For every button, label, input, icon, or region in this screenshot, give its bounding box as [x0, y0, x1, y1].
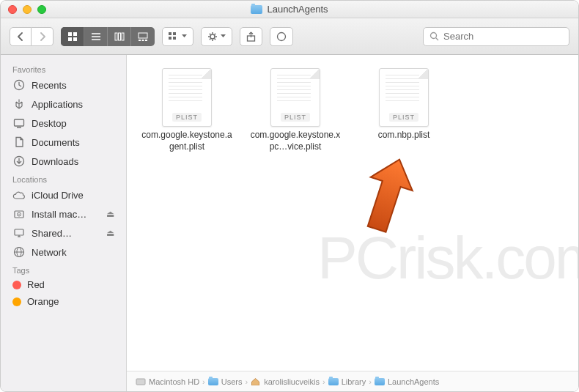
share-button[interactable] — [240, 27, 262, 46]
svg-rect-17 — [173, 37, 176, 40]
chevron-right-icon: › — [202, 377, 205, 386]
eject-icon[interactable]: ⏏ — [106, 209, 114, 219]
chevron-down-icon — [182, 34, 187, 38]
file-item[interactable]: PLIST com.google.keystone.agent.plist — [140, 68, 234, 152]
svg-rect-9 — [122, 33, 124, 40]
file-type-label: PLIST — [281, 113, 310, 122]
svg-rect-10 — [139, 33, 147, 38]
column-view-button[interactable] — [108, 27, 131, 46]
eject-icon[interactable]: ⏏ — [106, 228, 114, 238]
svg-point-18 — [210, 34, 215, 39]
chevron-right-icon: › — [245, 377, 248, 386]
tag-orange-icon — [12, 297, 21, 306]
group-menu[interactable] — [162, 27, 193, 46]
file-type-label: PLIST — [172, 113, 202, 122]
path-segment[interactable]: Users — [208, 377, 243, 386]
disk-icon — [136, 377, 146, 385]
cloud-icon — [12, 188, 26, 201]
file-name: com.google.keystone.agent.plist — [140, 130, 234, 152]
action-menu[interactable] — [201, 27, 232, 46]
sidebar-tag-red[interactable]: Red — [1, 276, 126, 293]
sidebar-item-downloads[interactable]: Downloads — [1, 152, 126, 171]
sidebar-item-desktop[interactable]: Desktop — [1, 114, 126, 133]
file-item[interactable]: PLIST com.google.keystone.xpc…vice.plist — [248, 68, 342, 152]
sidebar-tag-orange[interactable]: Orange — [1, 293, 126, 310]
content-area: PLIST com.google.keystone.agent.plist PL… — [127, 55, 578, 391]
sidebar-section-tags: Tags — [1, 262, 126, 276]
gear-icon — [207, 32, 218, 42]
folder-icon — [251, 5, 262, 14]
watermark: PCrisk.com — [317, 223, 578, 292]
path-segment[interactable]: karolisliucveikis — [251, 377, 320, 386]
svg-rect-12 — [142, 40, 144, 41]
sidebar-item-install[interactable]: Install mac… ⏏ — [1, 204, 126, 223]
path-label: karolisliucveikis — [264, 377, 320, 386]
network-icon — [12, 245, 26, 259]
files-area[interactable]: PLIST com.google.keystone.agent.plist PL… — [127, 55, 578, 371]
path-label: Library — [342, 377, 366, 386]
window-title: LaunchAgents — [1, 4, 578, 15]
main-area: Favorites Recents Applications Desktop D… — [1, 55, 578, 391]
tags-button[interactable] — [270, 27, 293, 46]
folder-icon — [375, 378, 385, 385]
finder-window: LaunchAgents — [0, 0, 579, 392]
gallery-view-button[interactable] — [131, 27, 155, 46]
file-name: com.google.keystone.xpc…vice.plist — [248, 130, 342, 152]
svg-rect-1 — [73, 32, 77, 36]
zoom-button[interactable] — [37, 5, 46, 14]
sidebar-item-label: Applications — [32, 99, 114, 110]
chevron-right-icon: › — [369, 377, 372, 386]
path-segment[interactable]: Library — [328, 377, 366, 386]
titlebar: LaunchAgents — [1, 1, 578, 18]
sidebar-item-label: Orange — [27, 296, 114, 307]
sidebar-item-label: iCloud Drive — [32, 190, 114, 201]
sidebar-item-recents[interactable]: Recents — [1, 75, 126, 95]
file-item[interactable]: PLIST com.nbp.plist — [357, 68, 451, 141]
file-name: com.nbp.plist — [378, 130, 430, 141]
svg-rect-3 — [73, 37, 77, 41]
close-button[interactable] — [8, 5, 17, 14]
sidebar-item-applications[interactable]: Applications — [1, 95, 126, 114]
svg-rect-36 — [136, 379, 145, 385]
sidebar-item-documents[interactable]: Documents — [1, 133, 126, 152]
search-box[interactable] — [423, 27, 569, 46]
sidebar-item-shared[interactable]: Shared… ⏏ — [1, 223, 126, 243]
sidebar-item-label: Red — [27, 279, 114, 290]
back-button[interactable] — [10, 27, 32, 46]
svg-rect-30 — [15, 229, 23, 235]
sidebar-section-locations: Locations — [1, 171, 126, 185]
icon-view-button[interactable] — [61, 27, 84, 46]
svg-rect-11 — [139, 40, 141, 41]
sidebar-item-icloud[interactable]: iCloud Drive — [1, 185, 126, 204]
nav-buttons — [10, 27, 54, 46]
svg-rect-14 — [169, 32, 172, 35]
chevron-right-icon: › — [322, 377, 325, 386]
path-label: LaunchAgents — [388, 377, 439, 386]
file-type-label: PLIST — [389, 113, 418, 122]
sidebar-item-label: Install mac… — [32, 209, 100, 220]
toolbar — [1, 18, 578, 55]
folder-icon — [208, 378, 218, 385]
sidebar-item-network[interactable]: Network — [1, 243, 126, 262]
svg-rect-2 — [68, 37, 72, 41]
sidebar-item-label: Recents — [32, 80, 114, 91]
search-input[interactable] — [443, 31, 567, 42]
path-segment[interactable]: Macintosh HD — [136, 377, 199, 386]
display-icon — [12, 226, 26, 240]
plist-file-icon: PLIST — [270, 68, 320, 127]
list-view-button[interactable] — [84, 27, 108, 46]
path-segment[interactable]: LaunchAgents — [375, 377, 439, 386]
svg-line-22 — [436, 38, 439, 41]
arrow-annotation-icon — [354, 154, 420, 242]
svg-point-29 — [18, 214, 19, 215]
title-text: LaunchAgents — [267, 4, 328, 15]
svg-point-21 — [431, 33, 437, 39]
minimize-button[interactable] — [23, 5, 32, 14]
documents-icon — [12, 136, 26, 149]
forward-button[interactable] — [32, 27, 54, 46]
svg-rect-8 — [118, 33, 120, 40]
sidebar-item-label: Desktop — [32, 118, 114, 129]
clock-icon — [12, 78, 26, 92]
svg-rect-16 — [169, 37, 172, 40]
svg-rect-24 — [15, 119, 24, 126]
